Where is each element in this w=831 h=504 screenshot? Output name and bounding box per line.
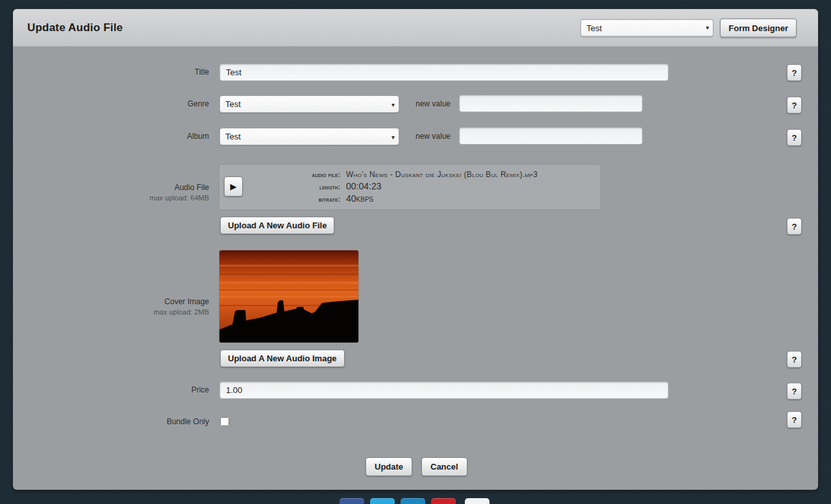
audio-file-name: Who's News - Duskant die Jukskei (Blou B… bbox=[346, 170, 538, 179]
album-label: Album bbox=[13, 128, 209, 145]
album-new-value-label: new value bbox=[416, 128, 451, 145]
form-body: Title ? Genre Test ▾ new value ? Album T… bbox=[13, 47, 818, 489]
facebook-icon[interactable] bbox=[340, 498, 364, 504]
cover-image-label: Cover Image max upload: 2MB bbox=[13, 297, 209, 316]
audio-length-row: length: 00:04:23 bbox=[287, 181, 538, 191]
upload-cover-image-button[interactable]: Upload A New Audio Image bbox=[220, 350, 345, 367]
genre-help-button[interactable]: ? bbox=[787, 97, 802, 114]
mail-icon[interactable] bbox=[465, 498, 490, 504]
upload-audio-file-button[interactable]: Upload A New Audio File bbox=[220, 217, 334, 234]
cover-image-max-upload-note: max upload: 2MB bbox=[13, 308, 209, 316]
twitter-icon[interactable] bbox=[370, 498, 395, 504]
audio-player-info: audio file: Who's News - Duskant die Juk… bbox=[287, 170, 538, 210]
audio-file-help-button[interactable]: ? bbox=[787, 218, 802, 235]
title-label: Title bbox=[13, 64, 209, 81]
cover-image-sunset-thumbnail bbox=[219, 250, 358, 342]
bundle-only-checkbox[interactable] bbox=[220, 417, 229, 426]
audio-length-field-label: length: bbox=[287, 184, 340, 191]
linkedin-icon[interactable] bbox=[401, 498, 425, 504]
bundle-only-help-button[interactable]: ? bbox=[787, 411, 802, 428]
form-select[interactable]: Test bbox=[580, 19, 713, 36]
album-new-value-input[interactable] bbox=[459, 127, 643, 145]
cover-image-label-text: Cover Image bbox=[13, 297, 209, 306]
genre-label: Genre bbox=[13, 95, 209, 113]
audio-length-value: 00:04:23 bbox=[346, 181, 382, 191]
footer-social-icons bbox=[0, 498, 831, 504]
title-input[interactable] bbox=[219, 64, 669, 81]
audio-bitrate-value: 40kbps bbox=[346, 193, 373, 204]
price-label: Price bbox=[13, 381, 209, 399]
header-controls: Test ▾ Form Designer bbox=[580, 18, 797, 37]
title-help-button[interactable]: ? bbox=[787, 64, 802, 81]
audio-file-field-label: audio file: bbox=[287, 171, 340, 178]
panel-header: Update Audio File Test ▾ Form Designer bbox=[13, 9, 818, 47]
album-select[interactable]: Test bbox=[219, 128, 399, 145]
youtube-icon[interactable] bbox=[431, 498, 456, 504]
audio-file-label: Audio File max upload: 64MB bbox=[13, 183, 209, 202]
update-button[interactable]: Update bbox=[366, 457, 412, 476]
genre-new-value-label: new value bbox=[416, 95, 451, 113]
audio-file-max-upload-note: max upload: 64MB bbox=[13, 194, 209, 202]
play-icon: ▶ bbox=[230, 182, 237, 191]
page-title: Update Audio File bbox=[27, 21, 123, 34]
genre-selector: Test ▾ bbox=[219, 95, 399, 113]
audio-player: ▶ audio file: Who's News - Duskant die J… bbox=[219, 165, 601, 210]
price-input[interactable] bbox=[219, 381, 669, 399]
audio-bitrate-row: bitrate: 40kbps bbox=[287, 193, 538, 204]
cancel-button[interactable]: Cancel bbox=[421, 457, 467, 476]
bundle-only-label: Bundle Only bbox=[13, 413, 209, 431]
play-button[interactable]: ▶ bbox=[224, 176, 243, 197]
form-designer-button[interactable]: Form Designer bbox=[720, 18, 797, 37]
form-selector: Test ▾ bbox=[580, 19, 713, 36]
genre-select[interactable]: Test bbox=[219, 95, 399, 113]
audio-file-label-text: Audio File bbox=[13, 183, 209, 192]
cover-image-help-button[interactable]: ? bbox=[787, 351, 802, 368]
album-help-button[interactable]: ? bbox=[787, 129, 802, 146]
audio-bitrate-field-label: bitrate: bbox=[287, 196, 340, 203]
genre-new-value-input[interactable] bbox=[459, 95, 643, 112]
audio-file-row: audio file: Who's News - Duskant die Juk… bbox=[287, 170, 538, 179]
album-selector: Test ▾ bbox=[219, 128, 399, 145]
update-audio-file-panel: Update Audio File Test ▾ Form Designer T… bbox=[13, 9, 818, 490]
price-help-button[interactable]: ? bbox=[787, 383, 802, 400]
